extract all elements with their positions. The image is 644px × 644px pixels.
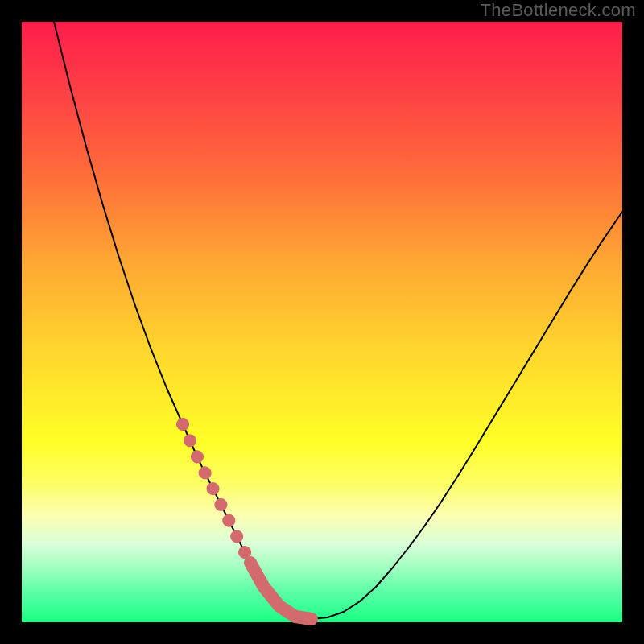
plot-area <box>22 22 622 622</box>
watermark-text: TheBottleneck.com <box>481 0 636 21</box>
highlight-flat-min <box>250 563 312 619</box>
bottleneck-curve <box>54 22 622 619</box>
highlight-dots-left <box>183 424 250 563</box>
chart-frame: TheBottleneck.com <box>0 0 644 644</box>
curve-svg <box>22 22 622 622</box>
